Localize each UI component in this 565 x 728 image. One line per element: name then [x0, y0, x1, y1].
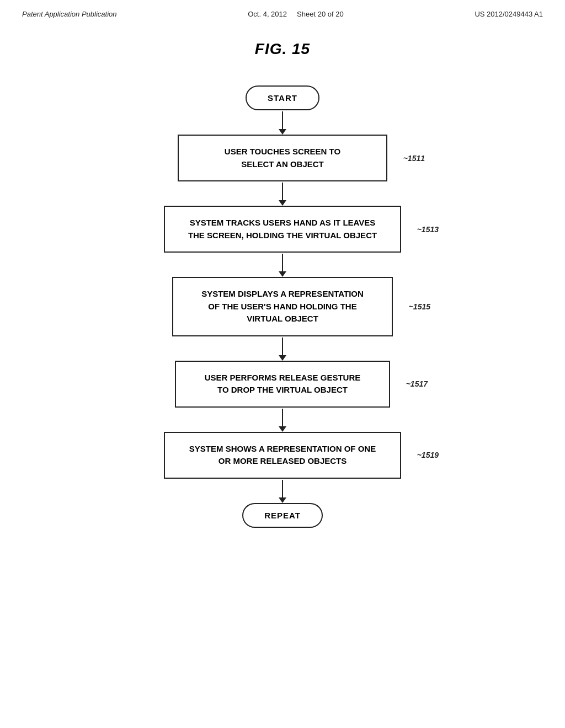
- arrow-4: [279, 336, 286, 361]
- node-1513-label: ~1513: [417, 223, 439, 235]
- node-1517-wrapper: USER PERFORMS RELEASE GESTURETO DROP THE…: [175, 361, 390, 408]
- node-1519-wrapper: SYSTEM SHOWS A REPRESENTATION OF ONEOR M…: [164, 432, 401, 479]
- page-header: Patent Application Publication Oct. 4, 2…: [0, 0, 565, 18]
- start-node: START: [246, 85, 319, 110]
- node-1519: SYSTEM SHOWS A REPRESENTATION OF ONEOR M…: [164, 432, 401, 479]
- header-sheet: Sheet 20 of 20: [297, 10, 344, 18]
- node-1515: SYSTEM DISPLAYS A REPRESENTATIONOF THE U…: [172, 277, 393, 336]
- node-1517-label: ~1517: [406, 378, 428, 390]
- node-1511: USER TOUCHES SCREEN TOSELECT AN OBJECT ~…: [178, 135, 387, 181]
- end-node-wrapper: REPEAT: [242, 503, 323, 528]
- node-1511-label: ~1511: [403, 152, 425, 164]
- arrow-1: [279, 110, 286, 135]
- node-1519-label: ~1519: [417, 449, 439, 461]
- node-1511-text: USER TOUCHES SCREEN TOSELECT AN OBJECT: [225, 147, 340, 169]
- flowchart: START USER TOUCHES SCREEN TOSELECT AN OB…: [0, 85, 565, 561]
- node-1513: SYSTEM TRACKS USERS HAND AS IT LEAVESTHE…: [164, 206, 401, 253]
- end-node: REPEAT: [242, 503, 323, 528]
- node-1515-wrapper: SYSTEM DISPLAYS A REPRESENTATIONOF THE U…: [172, 277, 393, 336]
- header-left: Patent Application Publication: [22, 10, 117, 18]
- figure-title: FIG. 15: [0, 40, 565, 58]
- header-right: US 2012/0249443 A1: [475, 10, 543, 18]
- arrow-2: [279, 181, 286, 206]
- node-1515-label: ~1515: [409, 301, 430, 312]
- arrow-6: [279, 479, 286, 503]
- node-1519-text: SYSTEM SHOWS A REPRESENTATION OF ONEOR M…: [189, 444, 376, 466]
- node-1517: USER PERFORMS RELEASE GESTURETO DROP THE…: [175, 361, 390, 408]
- node-1517-text: USER PERFORMS RELEASE GESTURETO DROP THE…: [205, 373, 361, 395]
- arrow-5: [279, 408, 286, 432]
- node-1515-text: SYSTEM DISPLAYS A REPRESENTATIONOF THE U…: [201, 289, 364, 323]
- node-1513-wrapper: SYSTEM TRACKS USERS HAND AS IT LEAVESTHE…: [164, 206, 401, 253]
- node-1513-text: SYSTEM TRACKS USERS HAND AS IT LEAVESTHE…: [188, 218, 377, 240]
- start-node-wrapper: START: [246, 85, 319, 110]
- arrow-3: [279, 253, 286, 277]
- header-date: Oct. 4, 2012: [248, 10, 287, 18]
- header-center: Oct. 4, 2012 Sheet 20 of 20: [248, 10, 343, 18]
- node-1511-wrapper: USER TOUCHES SCREEN TOSELECT AN OBJECT ~…: [178, 135, 387, 181]
